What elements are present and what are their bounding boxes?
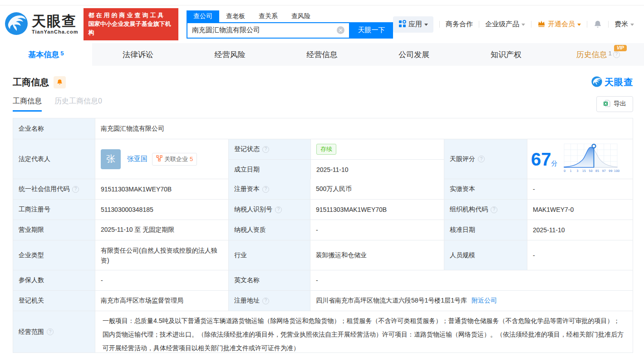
business-term-value: 2025-11-10 至 无固定期限 (95, 220, 228, 240)
search-tab-risk[interactable]: 查风险 (285, 10, 317, 22)
taxpayer-quality-label: 纳税人资质 (228, 220, 310, 240)
registered-address-value: 四川省南充市高坪区物流大道六段58号1号楼1层1号库 (316, 297, 467, 305)
help-icon[interactable]: ? (613, 51, 620, 58)
org-code-label: 组织机构代码 ? (444, 200, 527, 220)
tab-intellectual-property[interactable]: 知识产权 (460, 43, 552, 66)
legal-rep-name-link[interactable]: 张亚国 (127, 155, 147, 163)
nav-cooperation[interactable]: 商务合作 (446, 20, 473, 29)
apps-grid-icon (398, 20, 406, 29)
tab-count: 1 (609, 50, 612, 57)
nearby-companies-link[interactable]: 附近公司 (472, 297, 497, 305)
table-row: 法定代表人 张 张亚国 关联企业 5 登记状态 (13, 139, 633, 179)
label-text: 统一社会信用代码 (19, 185, 69, 193)
search-tab-relation[interactable]: 查关系 (252, 10, 285, 22)
site-header: 天眼查 TianYanCha.com 都在用的商业查询工具 国家中小企业发展子基… (0, 5, 644, 43)
english-name-label: 英文名称 (228, 270, 310, 290)
credit-code-label: 统一社会信用代码 ? (13, 179, 95, 199)
nav-enterprise[interactable]: 企业级产品 (485, 20, 525, 29)
label-text: 登记状态 (234, 145, 260, 153)
table-row: 企业类型 有限责任公司(自然人投资或控股的法人独资) 行业 装卸搬运和仓储业 人… (13, 240, 633, 270)
status-date-column: 登记状态 ? 存续 成立日期 2025-11-10 (228, 139, 444, 179)
tab-operation-info[interactable]: 经营信息 (276, 43, 368, 66)
slogan-banner: 都在用的商业查询工具 国家中小企业发展子基金旗下机构 (84, 8, 178, 40)
nav-apps-label: 应用 (408, 20, 422, 29)
tab-operation-risk[interactable]: 经营风险 (184, 43, 276, 66)
nav-divider (479, 21, 479, 28)
table-subrow: 成立日期 2025-11-10 (229, 159, 444, 180)
paid-capital-value: - (527, 179, 633, 199)
taxpayer-id-label: 纳税人识别号 ? (228, 200, 310, 220)
help-icon[interactable]: ? (262, 146, 269, 153)
svg-text:85: 85 (595, 169, 599, 173)
registered-address-cell: 四川省南充市高坪区物流大道六段58号1号楼1层1号库 附近公司 (310, 291, 633, 311)
tab-label: 公司发展 (398, 49, 429, 60)
search-tab-company[interactable]: 查公司 (187, 10, 219, 22)
subtab-row: 工商信息 历史工商信息0 导出 (13, 96, 633, 112)
nav-enterprise-label: 企业级产品 (485, 20, 519, 29)
industry-value: 装卸搬运和仓储业 (310, 240, 444, 270)
established-date-label: 成立日期 (229, 160, 310, 180)
tab-history-info[interactable]: VIP 历史信息 1 ? (552, 43, 644, 66)
tab-legal-litigation[interactable]: 法律诉讼 (92, 43, 184, 66)
search-input[interactable] (187, 26, 337, 34)
help-icon[interactable]: ? (275, 206, 282, 213)
header-nav: 应用 商务合作 企业级产品 开通会员 (393, 16, 634, 33)
tab-company-development[interactable]: 公司发展 (368, 43, 460, 66)
vip-badge: VIP (614, 45, 627, 51)
nav-open-membership[interactable]: 开通会员 (537, 20, 581, 29)
nav-divider (608, 21, 609, 28)
tab-label: 经营信息 (307, 49, 338, 60)
legal-rep-avatar[interactable]: 张 (101, 149, 121, 169)
help-icon[interactable]: ? (72, 186, 79, 193)
staff-size-label: 人员规模 (444, 240, 527, 270)
tab-count: 5 (60, 50, 64, 57)
reg-number-value: 511303000348185 (95, 200, 228, 220)
value-text: 有限责任公司(自然人投资或控股的法人独资) (101, 245, 223, 265)
org-network-icon (156, 155, 162, 163)
tab-label: 法律诉讼 (123, 49, 153, 60)
help-icon[interactable]: ? (491, 206, 497, 213)
nav-user-account[interactable]: 费米 (615, 20, 634, 29)
notification-bell-icon[interactable] (593, 20, 602, 29)
business-scope-value: 一般项目：总质量4.5吨及以下普通货运车辆道路货物运输（除网络货运和危险货物）；… (95, 311, 633, 357)
score-unit: 分 (551, 160, 558, 167)
svg-text:1: 1 (570, 169, 571, 173)
reg-status-value: 存续 (310, 139, 444, 159)
page-top-divider (0, 0, 644, 5)
tianyancha-logo[interactable]: 天眼查 TianYanCha.com (5, 12, 78, 37)
table-row: 参保人数 - 英文名称 - (13, 270, 633, 290)
registered-address-label: 注册地址 ? (228, 291, 310, 311)
reg-capital-value: 500万人民币 (310, 179, 444, 199)
label-text: 纳税人识别号 (234, 205, 272, 214)
svg-text:97: 97 (602, 169, 605, 173)
section-title: 工商信息 (13, 76, 49, 88)
taxpayer-quality-value: - (310, 220, 444, 240)
export-button[interactable]: 导出 (596, 96, 633, 112)
label-text: 注册地址 (234, 297, 260, 305)
related-companies-badge[interactable]: 关联企业 5 (152, 153, 197, 166)
reg-status-label: 登记状态 ? (229, 139, 310, 159)
clear-search-icon[interactable]: ✕ (337, 26, 344, 34)
nav-apps[interactable]: 应用 (393, 16, 433, 33)
company-name-value: 南充圆汇物流有限公司 (95, 118, 633, 139)
reg-capital-label: 注册资本 ? (228, 179, 310, 199)
table-row: 工商注册号 511303000348185 纳税人识别号 ? 91511303M… (13, 199, 633, 220)
subtab-history-business-info[interactable]: 历史工商信息0 (54, 97, 102, 112)
help-icon[interactable]: ? (262, 186, 269, 193)
help-icon[interactable]: ? (262, 298, 269, 304)
logo-title: 天眼查 (32, 14, 78, 28)
subtab-business-info[interactable]: 工商信息 (13, 97, 42, 112)
tab-basic-info[interactable]: 基本信息 5 (0, 43, 92, 66)
nav-membership-label: 开通会员 (548, 20, 575, 29)
watermark-text: 天眼查 (605, 76, 633, 88)
help-icon[interactable]: ? (478, 156, 485, 162)
related-companies-label: 关联企业 (164, 155, 188, 163)
svg-text:3: 3 (576, 169, 578, 173)
label-text: 经营范围 (19, 328, 44, 336)
search-tab-boss[interactable]: 查老板 (219, 10, 252, 22)
business-scope-label: 经营范围 ? (13, 311, 95, 352)
monitor-bell-icon[interactable] (54, 76, 66, 88)
search-button[interactable]: 天眼一下 (350, 22, 393, 39)
help-icon[interactable]: ? (47, 328, 54, 335)
english-name-value: - (310, 270, 633, 290)
